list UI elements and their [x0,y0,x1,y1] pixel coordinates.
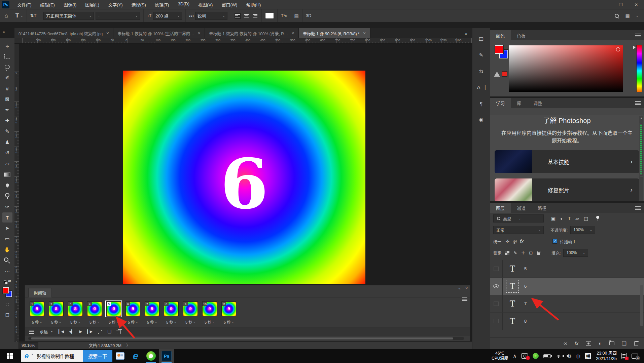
visibility-toggle[interactable] [490,278,503,295]
restore-button[interactable]: ❐ [613,0,629,9]
filter-pin-icon[interactable] [596,216,600,221]
link-layers-icon[interactable]: ∞ [564,340,567,347]
document-canvas[interactable]: 6 [123,71,365,284]
blend-mode-select[interactable]: 正常⌄ [493,226,544,234]
screenshot-tool-icon[interactable]: ! [521,353,528,359]
paragraph-panel-icon[interactable]: ¶ [476,99,486,108]
panel-tab[interactable]: 路径 [532,203,552,213]
document-tab[interactable]: 未标题-1 @ 90.2% (6, RGB/8) * ✕ [299,28,370,38]
timeline-tab[interactable]: 时间轴 [28,288,52,297]
frame-thumbnail[interactable]: 10 9 [202,301,217,316]
workspace-icon[interactable]: ▦ [625,13,630,18]
frame-thumbnail[interactable]: 3 8 [68,301,83,316]
gradient-tool[interactable] [2,169,12,179]
document-tab[interactable]: 未标题-1-恢复的-恢复的 @ 100% (背景, R… ✕ [205,28,299,38]
tween-frames-icon[interactable]: ⋰ [98,329,102,334]
frame-thumbnail[interactable]: 6 9 [126,301,140,316]
horizontal-ruler[interactable]: 3002502001501005005010015020025030035040… [14,38,472,44]
visibility-toggle[interactable] [490,313,503,330]
play-button[interactable]: ▶ [79,329,82,334]
crop-tool[interactable]: # [2,83,12,93]
quick-mask-icon[interactable] [4,302,11,307]
frame-tool[interactable]: ⊠ [2,94,12,104]
shape-tool[interactable]: ▭ [2,234,12,244]
frame-thumbnail[interactable]: 9 9 [183,301,198,316]
previous-frame-button[interactable]: ◀▎ [69,329,74,334]
layer-name[interactable]: 8 [524,319,527,324]
layer-thumbnail[interactable]: T [506,297,519,310]
font-style-select[interactable]: -⌄ [96,12,140,20]
filter-adjustment-layers-icon[interactable]: ◐ [560,216,563,221]
align-center-icon[interactable] [243,13,250,19]
minimize-button[interactable]: ─ [598,0,613,9]
layer-name[interactable]: 6 [524,284,527,289]
properties-panel-icon[interactable]: ◉ [476,115,486,124]
frame-thumbnail[interactable]: 2 8 [49,301,64,316]
foreground-color-swatch[interactable] [495,45,503,54]
5[interactable]: T 5 [490,260,644,278]
8[interactable]: T 8 [490,313,644,330]
font-family-select[interactable]: 方正粗黑宋简体⌄ [43,12,94,20]
visibility-toggle[interactable] [490,260,503,277]
convert-to-video-timeline-icon[interactable] [29,330,34,334]
antivirus-shield-icon[interactable] [533,353,539,359]
panel-tab[interactable]: 图层 [490,203,511,213]
foreground-color-swatch[interactable] [3,287,9,293]
animation-frame[interactable]: 8 9 5 秒⌄ [164,301,179,325]
adjustment-layer-icon[interactable]: ◐ [599,340,602,347]
frame-duration-select[interactable]: 5 秒⌄ [183,319,198,325]
timeline-scrollbar[interactable] [28,337,464,340]
toolbar-ellipsis[interactable]: ⋯ [2,266,12,276]
current-tool-icon[interactable]: T [15,12,19,19]
character-panel-icon[interactable]: A⎹ [476,83,486,92]
tab-close-icon[interactable]: ✕ [106,31,109,36]
document-tab[interactable]: 01421d814725e3cc667be8_tplv-obj-恢复的.jpg … [14,28,113,38]
vertical-ruler[interactable]: 0501001502002503003504004505005506006507… [14,44,19,341]
frame-thumbnail[interactable]: 4 6 [87,301,102,316]
taskbar-search-box[interactable]: e ▲ 影视特效制作教程 搜索一下 [21,350,112,362]
healing-brush-tool[interactable]: ✚ [2,116,12,126]
brush-tool[interactable]: ✎ [2,126,12,136]
home-icon[interactable]: ⌂ [5,13,8,19]
new-group-icon[interactable] [609,341,614,345]
action-center-icon[interactable]: 4 [632,354,638,359]
animation-frame[interactable]: 9 9 5 秒⌄ [183,301,198,325]
frame-thumbnail[interactable]: 11 9 [221,301,236,316]
tab-close-icon[interactable]: ✕ [291,31,294,36]
new-layer-icon[interactable]: ❏ [622,340,627,347]
3d-mode-label[interactable]: 3D [306,13,312,18]
brush-settings-panel-icon[interactable]: ✎ [476,50,486,60]
taskbar-app-contacts[interactable] [112,349,128,363]
color-swatches[interactable] [495,45,509,60]
search-input-text[interactable]: 影视特效制作教程 [34,353,83,359]
blur-tool[interactable] [2,180,12,190]
clone-stamp-tool[interactable]: ♟ [2,137,12,147]
layer-name[interactable]: 7 [524,301,527,306]
tool-preset-chevron-icon[interactable]: ⌄ [21,14,23,17]
scrollbar-thumb[interactable] [640,123,643,176]
search-submit-button[interactable]: 搜索一下 [83,350,112,362]
color-field-cursor[interactable] [616,47,620,51]
duplicate-frame-icon[interactable]: ❏ [107,329,111,334]
text-orientation-icon[interactable]: ⇅T [30,13,37,18]
animation-frame[interactable]: 11 9 5 秒⌄ [221,301,236,325]
toggle-panels-icon[interactable]: ▤ [294,13,299,18]
search-icon[interactable] [614,13,619,18]
libraries-panel-icon[interactable]: ▤ [476,34,486,44]
panel-tab[interactable]: 调整 [527,98,548,108]
frame-duration-select[interactable]: 5 秒⌄ [68,319,83,325]
next-frame-button[interactable]: ▎▶ [87,329,92,334]
frame-thumbnail[interactable]: 1 9 [30,301,44,316]
clone-source-panel-icon[interactable]: ⇆ [476,67,486,76]
layers-scrollbar-thumb[interactable] [640,285,643,326]
lock-all-icon[interactable] [537,252,540,255]
menu-item[interactable]: 3D(D) [173,0,194,9]
filter-type-layers-icon[interactable]: T [568,216,571,221]
tutorial-card[interactable]: 修复照片 › [495,178,639,201]
align-left-icon[interactable] [235,13,241,19]
first-frame-button[interactable]: ▎◀ [59,329,64,334]
6[interactable]: T 6 [490,278,644,295]
zoom-level-field[interactable]: 90.16% [19,342,38,349]
animation-frame[interactable]: 2 8 5 秒⌄ [49,301,64,325]
ime-pinyin-indicator[interactable]: 拼 [585,353,591,359]
